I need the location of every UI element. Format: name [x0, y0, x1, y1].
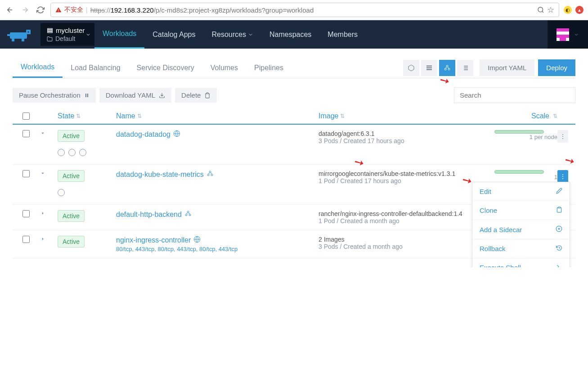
reload-button[interactable]: [35, 4, 46, 15]
pod-indicator[interactable]: [79, 149, 86, 156]
scale-text: 1: [494, 174, 557, 180]
scale-bar: [494, 130, 544, 134]
subtab-volumes[interactable]: Volumes: [202, 58, 246, 77]
trash-icon: [204, 92, 211, 99]
view-flat[interactable]: [403, 60, 419, 76]
image-meta: 3 Pods / Created a month ago: [319, 243, 494, 250]
nav-workloads[interactable]: Workloads: [94, 20, 144, 49]
search-box[interactable]: [454, 87, 575, 103]
download-yaml-button[interactable]: Download YAML: [99, 88, 171, 103]
cube-icon: [184, 210, 192, 219]
cluster-selector[interactable]: mycluster Default: [40, 23, 94, 46]
url-bar[interactable]: 不安全 | https://192.168.3.220/p/c-md8s2:pr…: [50, 3, 559, 17]
stack-icon: [47, 27, 53, 34]
state-badge: Active: [58, 236, 85, 247]
scale-bar: [494, 170, 544, 174]
ext-icon-2[interactable]: ▲: [575, 6, 584, 14]
svg-rect-2: [12, 39, 14, 41]
table-header: State⇅ Name⇅ Image⇅ Scale⇅: [13, 108, 575, 125]
ext-icon-1[interactable]: ◐: [564, 6, 572, 14]
globe-icon: [193, 236, 201, 245]
expand-toggle[interactable]: [40, 236, 58, 243]
svg-rect-3: [22, 39, 24, 41]
search-icon[interactable]: [537, 6, 544, 13]
image-meta: 1 Pod / Created 17 hours ago: [319, 177, 494, 184]
workload-name-link[interactable]: datadog-kube-state-metrics: [116, 170, 319, 179]
expand-toggle[interactable]: [40, 130, 58, 138]
col-image[interactable]: Image⇅: [319, 112, 494, 120]
ctx-clone[interactable]: Clone: [472, 201, 570, 220]
image-name: datadog/agent:6.3.1: [319, 130, 494, 137]
pod-indicator[interactable]: [58, 189, 65, 196]
history-icon: [556, 245, 562, 252]
view-namespace[interactable]: [457, 60, 473, 76]
svg-point-28: [189, 214, 191, 216]
ctx-rollback[interactable]: Rollback: [472, 239, 570, 258]
image-name: mirrorgooglecontainers/kube-state-metric…: [319, 170, 494, 177]
col-name[interactable]: Name⇅: [116, 112, 319, 120]
deploy-button[interactable]: Deploy: [538, 59, 575, 76]
chevron-down-icon: [248, 32, 253, 37]
pause-orchestration-button[interactable]: Pause Orchestration: [13, 88, 96, 103]
subtab-pipelines[interactable]: Pipelines: [246, 58, 292, 77]
user-menu[interactable]: [548, 20, 588, 49]
image-name: 2 Images: [319, 236, 494, 243]
svg-rect-8: [48, 30, 53, 31]
context-menu: EditCloneAdd a SidecarRollbackExecute Sh…: [472, 182, 570, 267]
row-menu-button[interactable]: ⋮: [557, 130, 568, 143]
workload-name-link[interactable]: default-http-backend: [116, 210, 319, 219]
subtab-service-discovery[interactable]: Service Discovery: [129, 58, 202, 77]
ctx-add-a-sidecar[interactable]: Add a Sidecar: [472, 220, 570, 239]
pause-icon: [84, 93, 90, 98]
delete-button[interactable]: Delete: [175, 88, 217, 103]
select-all-checkbox[interactable]: [22, 112, 30, 120]
ctx-edit[interactable]: Edit: [472, 182, 570, 201]
browser-bar: 不安全 | https://192.168.3.220/p/c-md8s2:pr…: [0, 0, 588, 20]
workloads-table: State⇅ Name⇅ Image⇅ Scale⇅ Activedatadog…: [13, 108, 575, 258]
svg-rect-12: [426, 69, 432, 70]
svg-rect-11: [426, 67, 432, 68]
svg-rect-7: [48, 28, 53, 29]
row-checkbox[interactable]: [22, 210, 30, 217]
expand-toggle[interactable]: [40, 210, 58, 218]
forward-button[interactable]: [20, 4, 31, 15]
import-yaml-button[interactable]: Import YAML: [480, 59, 534, 76]
image-name: rancher/nginx-ingress-controller-default…: [319, 210, 494, 217]
workload-name-link[interactable]: nginx-ingress-controller: [116, 236, 319, 245]
svg-rect-6: [7, 34, 11, 36]
search-input[interactable]: [460, 91, 570, 99]
svg-rect-10: [426, 65, 432, 66]
expand-toggle[interactable]: [40, 170, 58, 178]
col-state[interactable]: State⇅: [58, 112, 116, 120]
nav-namespaces[interactable]: Namespaces: [261, 20, 319, 49]
svg-rect-17: [87, 94, 88, 97]
nav-catalog[interactable]: Catalog Apps: [144, 20, 203, 49]
url-text: https://192.168.3.220/p/c-md8s2:project-…: [90, 6, 534, 14]
state-badge: Active: [58, 210, 85, 222]
pod-indicator[interactable]: [58, 149, 65, 156]
terminal-icon: [556, 264, 562, 267]
svg-point-20: [207, 174, 209, 176]
view-group[interactable]: [439, 60, 455, 76]
row-checkbox[interactable]: [22, 236, 30, 243]
back-button[interactable]: [4, 4, 15, 15]
col-scale[interactable]: Scale⇅: [494, 112, 557, 120]
table-row: Activedatadog-kube-state-metrics mirrorg…: [13, 165, 575, 205]
logo[interactable]: [0, 28, 40, 41]
pods-row: [13, 144, 575, 159]
row-checkbox[interactable]: [22, 170, 30, 177]
subtab-workloads[interactable]: Workloads: [13, 58, 63, 78]
ctx-execute-shell[interactable]: Execute Shell: [472, 258, 570, 267]
row-checkbox[interactable]: [22, 130, 30, 137]
nav-resources[interactable]: Resources: [203, 20, 261, 49]
pod-indicator[interactable]: [68, 149, 76, 156]
svg-point-5: [28, 31, 29, 32]
view-list[interactable]: [421, 60, 437, 76]
row-menu-button[interactable]: ⋮: [557, 170, 568, 183]
image-meta: 3 Pods / Created 17 hours ago: [319, 137, 494, 144]
chevron-down-icon: [574, 32, 579, 37]
subtab-load-balancing[interactable]: Load Balancing: [63, 58, 128, 77]
star-icon[interactable]: ☆: [547, 5, 554, 15]
workload-name-link[interactable]: datadog-datadog: [116, 130, 319, 139]
nav-members[interactable]: Members: [319, 20, 366, 49]
